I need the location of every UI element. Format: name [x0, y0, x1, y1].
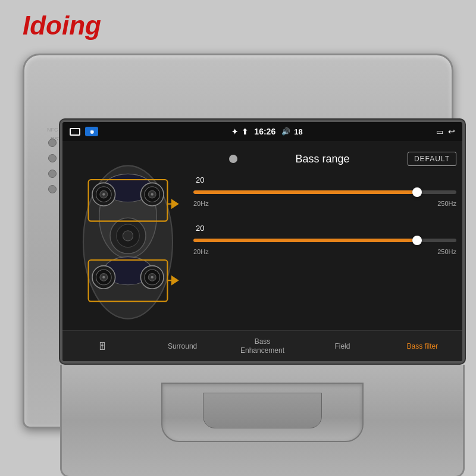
svg-point-19	[151, 276, 154, 278]
surround-label: Surround	[168, 342, 197, 350]
side-button-1[interactable]	[48, 139, 57, 147]
slider-1-track[interactable]	[193, 187, 456, 198]
bass-filter-label: Bass filter	[406, 342, 438, 350]
slider-2-track[interactable]	[193, 235, 456, 246]
field-label: Field	[334, 342, 350, 350]
side-button-2[interactable]	[48, 154, 57, 162]
default-button[interactable]: DEFAULT	[408, 152, 456, 166]
slider-1-container: 20 20Hz 250Hz	[193, 176, 456, 207]
side-controls: NFC	[48, 139, 57, 193]
slider-1-label-right: 250Hz	[437, 200, 456, 207]
volume-icon: 🔊	[281, 127, 290, 136]
car-frame-lower	[60, 365, 465, 476]
slider-1-label-left: 20Hz	[193, 200, 209, 207]
slider-1-thumb[interactable]	[412, 187, 422, 197]
slider-2-labels: 20Hz 250Hz	[193, 248, 456, 255]
equalizer-icon: 🎚	[97, 341, 108, 352]
slider-2-label-right: 250Hz	[437, 248, 456, 255]
signal-icon: ⬆	[242, 127, 248, 136]
volume-level: 18	[294, 127, 302, 136]
side-button-4[interactable]	[48, 185, 57, 193]
home-icon[interactable]	[70, 128, 80, 136]
back-icon: ↩	[448, 127, 455, 136]
bass-title-row: Bass range DEFAULT	[193, 147, 456, 166]
svg-point-11	[151, 193, 154, 196]
time-display: 16:26	[254, 127, 275, 136]
slider-1-fill	[193, 190, 417, 194]
lower-trim	[161, 383, 364, 442]
tab-field[interactable]: Field	[302, 331, 382, 361]
slider-2-container: 20 20Hz 250Hz	[193, 224, 456, 255]
slider-2-label-left: 20Hz	[193, 248, 209, 255]
lower-trim-inner	[203, 393, 322, 428]
camera-icon[interactable]: ◉	[85, 127, 98, 136]
tab-bar: 🎚 Surround BassEnhancement Field Bass fi…	[62, 330, 462, 361]
bluetooth-icon: ✦	[231, 127, 238, 136]
tab-bass-enhancement[interactable]: BassEnhancement	[223, 331, 302, 361]
slider-1-labels: 20Hz 250Hz	[193, 200, 456, 207]
slider-2-thumb[interactable]	[412, 236, 422, 245]
screen-bezel: ◉ ✦ ⬆ 16:26 🔊 18 ▭ ↩	[60, 120, 465, 364]
svg-point-15	[102, 276, 105, 278]
brand-logo: Idoing	[23, 11, 101, 40]
bass-dot	[229, 155, 237, 163]
nfc-label: NFC	[47, 127, 58, 133]
tab-surround[interactable]: Surround	[142, 331, 222, 361]
status-bar: ◉ ✦ ⬆ 16:26 🔊 18 ▭ ↩	[62, 122, 462, 141]
bass-range-title: Bass range	[237, 153, 408, 165]
slider-1-value: 20	[196, 176, 204, 184]
tab-equalizer[interactable]: 🎚	[62, 331, 142, 361]
window-icon: ▭	[436, 127, 443, 136]
screen-content: Bass range DEFAULT 20 20Hz	[62, 141, 462, 361]
car-speaker-area	[68, 153, 187, 331]
tab-bass-filter[interactable]: Bass filter	[383, 331, 462, 361]
svg-point-22	[123, 231, 133, 241]
slider-2-fill	[193, 239, 417, 242]
bass-enhancement-label: BassEnhancement	[240, 337, 284, 355]
slider-2-value: 20	[196, 224, 204, 233]
car-frame: NFC RST ◉ ✦ ⬆ 16:26 🔊 18	[23, 54, 453, 428]
svg-point-7	[102, 193, 105, 196]
bass-controls: Bass range DEFAULT 20 20Hz	[193, 147, 456, 331]
side-button-3[interactable]	[48, 170, 57, 178]
car-top-view-svg	[68, 153, 187, 331]
